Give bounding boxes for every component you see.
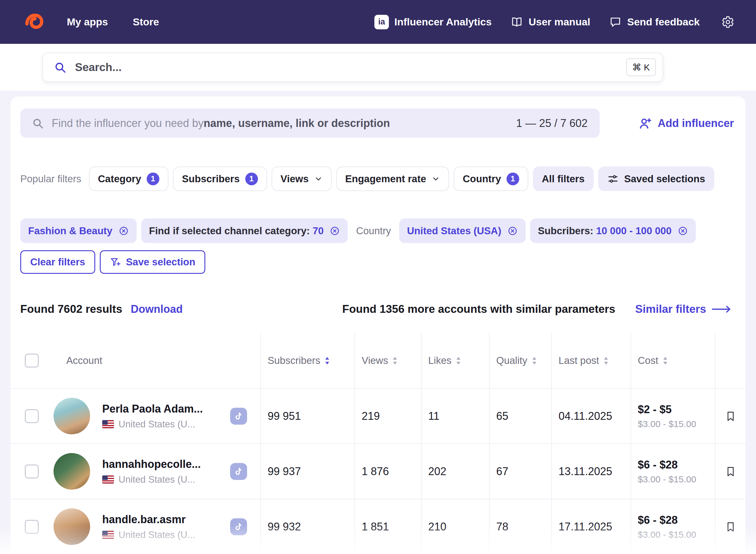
chip-label: Subscribers: [182, 173, 240, 185]
views-value: 1 876: [354, 444, 421, 499]
save-selection-label: Save selection: [126, 256, 195, 268]
clear-filters-button[interactable]: Clear filters: [20, 250, 95, 274]
last-post-value: 17.11.2025: [551, 499, 631, 554]
nav-influencer-analytics[interactable]: ia Influencer Analytics: [374, 15, 492, 29]
navbar-right: ia Influencer Analytics User manual Send…: [374, 15, 734, 29]
settings-gear-button[interactable]: [721, 16, 734, 29]
likes-value: 210: [421, 499, 489, 554]
sort-icon: [392, 356, 398, 365]
cost-subrange: $3.00 - $15.00: [638, 530, 696, 540]
likes-value: 11: [421, 389, 489, 443]
applied-filter-fashion-beauty[interactable]: Fashion & Beauty: [20, 219, 137, 243]
tiktok-icon: [230, 463, 247, 480]
remove-filter-icon[interactable]: [678, 226, 688, 236]
account-country: United States (U...: [118, 419, 195, 430]
subscribers-value: 99 932: [260, 499, 354, 554]
applied-filter-prefix: Subcribers:: [538, 225, 596, 236]
all-filters-button[interactable]: All filters: [533, 167, 594, 191]
filter-chip-country[interactable]: Country 1: [454, 167, 528, 191]
sort-icon: [324, 356, 330, 365]
applied-filter-value: 70: [313, 225, 324, 236]
sort-icon: [532, 356, 537, 365]
applied-filter-channel-category[interactable]: Find if selected channel category: 70: [141, 219, 348, 243]
filter-chip-subscribers[interactable]: Subscribers 1: [173, 167, 267, 191]
global-search-strip: Search... ⌘ K: [0, 44, 756, 91]
cost-subrange: $3.00 - $15.00: [638, 419, 696, 429]
similar-filters-link[interactable]: Similar filters: [635, 303, 732, 316]
user-manual-label: User manual: [528, 16, 590, 28]
applied-filter-united-states[interactable]: United States (USA): [399, 219, 525, 243]
column-header-cost[interactable]: Cost: [631, 333, 715, 388]
column-label: Likes: [428, 355, 451, 366]
save-selection-button[interactable]: Save selection: [100, 250, 205, 274]
cost-subrange: $3.00 - $15.00: [638, 474, 696, 485]
add-influencer-label: Add influencer: [658, 117, 734, 130]
nav-store[interactable]: Store: [133, 16, 159, 28]
global-search-input[interactable]: Search... ⌘ K: [42, 53, 663, 82]
column-header-likes[interactable]: Likes: [421, 333, 489, 388]
funnel-plus-icon: [110, 257, 121, 268]
filter-chip-views[interactable]: Views: [271, 167, 332, 191]
row-checkbox[interactable]: [25, 520, 39, 534]
row-checkbox[interactable]: [25, 464, 39, 479]
sort-icon: [663, 356, 668, 365]
us-flag-icon: [102, 476, 114, 484]
nav-my-apps[interactable]: My apps: [67, 16, 108, 28]
saved-selections-button[interactable]: Saved selections: [598, 167, 714, 191]
results-range: 1 — 25 / 7 602: [516, 117, 588, 130]
column-header-subscribers[interactable]: Subscribers: [260, 333, 354, 388]
search-hint-prefix: Find the influencer you need by: [52, 117, 204, 130]
quality-value: 67: [489, 444, 551, 499]
logo-swirl-icon: [23, 11, 45, 33]
column-header-quality[interactable]: Quality: [489, 333, 551, 388]
main-menu: My apps Store: [67, 16, 159, 28]
applied-filter-prefix: Find if selected channel category:: [149, 225, 313, 236]
bookmark-icon[interactable]: [725, 464, 736, 479]
nav-user-manual[interactable]: User manual: [510, 16, 590, 29]
table-row[interactable]: handle.bar.asmr United States (U... 99 9…: [11, 499, 745, 554]
influencer-analytics-icon: ia: [374, 15, 389, 29]
select-all-checkbox[interactable]: [25, 353, 39, 368]
results-table: Account Subscribers Views: [11, 333, 745, 554]
download-link[interactable]: Download: [131, 303, 183, 316]
column-label: Cost: [638, 355, 658, 366]
saved-selections-label: Saved selections: [624, 173, 705, 185]
row-checkbox[interactable]: [25, 409, 39, 423]
sort-icon: [456, 356, 461, 365]
all-filters-label: All filters: [542, 173, 585, 185]
subscribers-value: 99 951: [260, 389, 354, 443]
column-header-views[interactable]: Views: [354, 333, 421, 388]
gear-icon: [721, 16, 734, 29]
add-influencer-button[interactable]: Add influencer: [638, 116, 736, 130]
clear-filters-label: Clear filters: [30, 256, 85, 268]
similar-accounts-text: Found 1356 more accounts with similar pa…: [342, 303, 615, 316]
influencer-search-input[interactable]: Find the influencer you need by name, us…: [20, 109, 600, 138]
table-header-row: Account Subscribers Views: [11, 333, 745, 389]
views-value: 1 851: [354, 499, 421, 554]
remove-filter-icon[interactable]: [118, 226, 129, 236]
bookmark-icon[interactable]: [725, 519, 736, 534]
quality-value: 65: [489, 389, 551, 443]
search-icon: [54, 61, 66, 74]
filter-chip-engagement-rate[interactable]: Engagement rate: [336, 167, 449, 191]
cost-range: $6 - $28: [638, 458, 678, 471]
remove-filter-icon[interactable]: [507, 226, 518, 236]
remove-filter-icon[interactable]: [330, 226, 340, 236]
filter-chip-category[interactable]: Category 1: [89, 167, 168, 191]
table-row[interactable]: Perla Paola Adam... United States (U... …: [11, 389, 745, 444]
avatar: [54, 508, 90, 545]
brand-logo[interactable]: [23, 11, 45, 33]
book-icon: [510, 16, 523, 29]
send-feedback-label: Send feedback: [627, 16, 700, 28]
applied-filter-value: Fashion & Beauty: [28, 225, 112, 237]
chip-label: Category: [98, 173, 141, 185]
account-country: United States (U...: [118, 530, 195, 540]
column-header-last-post[interactable]: Last post: [551, 333, 631, 388]
bookmark-icon[interactable]: [725, 409, 736, 424]
table-row[interactable]: hannahhopecolle... United States (U... 9…: [11, 444, 745, 499]
quality-value: 78: [489, 499, 551, 554]
applied-filter-subscribers-range[interactable]: Subcribers: 10 000 - 100 000: [530, 219, 696, 243]
top-navbar: My apps Store ia Influencer Analytics Us…: [0, 0, 756, 44]
country-label: Country: [356, 225, 391, 237]
nav-send-feedback[interactable]: Send feedback: [609, 16, 700, 29]
